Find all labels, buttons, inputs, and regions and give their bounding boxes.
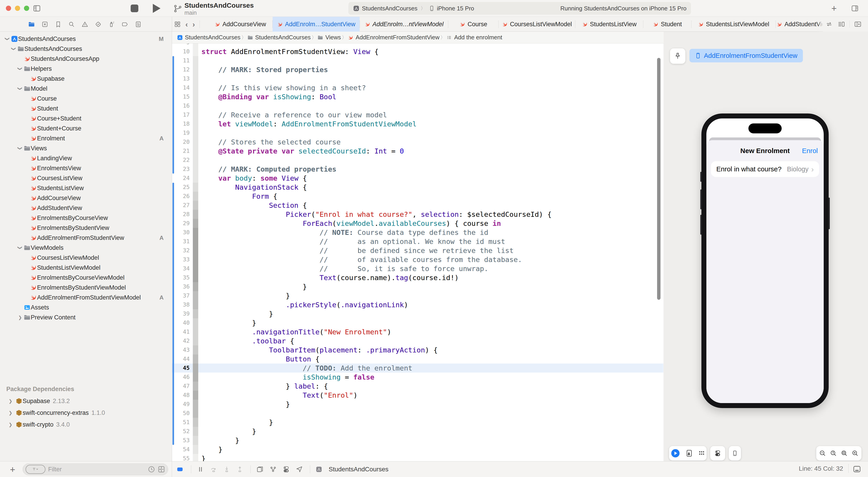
tab-Course[interactable]: Course	[448, 17, 498, 32]
zoom-window-button[interactable]	[24, 6, 29, 11]
step-over-icon[interactable]	[210, 466, 217, 473]
fold-ribbon[interactable]	[193, 155, 198, 165]
fold-ribbon[interactable]	[193, 92, 198, 101]
fold-ribbon[interactable]	[193, 43, 198, 47]
disclosure-closed-icon[interactable]: ❯	[8, 422, 16, 427]
code-line-15[interactable]: 15 @Binding var isShowing: Bool	[172, 92, 663, 101]
tab-AddEnrolm…StudentView[interactable]: AddEnrolm…StudentView	[273, 17, 360, 32]
sidebar-item-AddCourseView[interactable]: AddCourseView	[0, 193, 172, 203]
selectable-mode-button[interactable]	[685, 449, 693, 457]
toggle-right-inspector-icon[interactable]	[850, 4, 860, 12]
minimize-window-button[interactable]	[15, 6, 20, 11]
fold-ribbon[interactable]	[193, 192, 198, 201]
toggle-left-sidebar-icon[interactable]	[33, 4, 41, 12]
breadcrumb-item-Views[interactable]: Views	[317, 34, 341, 41]
code-line-19[interactable]: 19	[172, 128, 663, 138]
editor-display-icon[interactable]	[852, 464, 862, 474]
sidebar-item-EnrolmentsByCourseView[interactable]: EnrolmentsByCourseView	[0, 213, 172, 223]
code-line-28[interactable]: 28 Picker("Enrol in what course?", selec…	[172, 210, 663, 219]
sidebar-item-Views[interactable]: ❯Views	[0, 143, 172, 153]
editor-scrollbar[interactable]	[657, 58, 660, 300]
tab-StudentsListViewModel[interactable]: StudentsListViewModel	[691, 17, 776, 32]
code-line-17[interactable]: 17 // Receive a reference to our view mo…	[172, 110, 663, 119]
preview-device-button[interactable]	[729, 446, 741, 460]
fold-ribbon[interactable]	[193, 382, 198, 391]
sidebar-item-CoursesListViewModel[interactable]: CoursesListViewModel	[0, 253, 172, 263]
code-line-53[interactable]: 53 }	[172, 436, 663, 445]
sidebar-divider[interactable]	[172, 17, 172, 477]
add-file-button[interactable]: +	[10, 465, 15, 475]
fold-ribbon[interactable]	[193, 147, 198, 155]
fold-ribbon[interactable]	[193, 101, 198, 110]
code-line-38[interactable]: 38 .pickerStyle(.navigationLink)	[172, 300, 663, 309]
sidebar-item-StudentsAndCoursesApp[interactable]: StudentsAndCoursesApp	[0, 54, 172, 64]
code-line-21[interactable]: 21 @State private var selectedCourseId: …	[172, 147, 663, 155]
close-window-button[interactable]	[6, 6, 11, 11]
code-line-16[interactable]: 16	[172, 101, 663, 110]
fold-ribbon[interactable]	[193, 355, 198, 363]
code-line-32[interactable]: 32 // be defined since we retrieve the l…	[172, 246, 663, 255]
step-out-icon[interactable]	[236, 466, 244, 473]
sidebar-item-Supabase[interactable]: Supabase	[0, 74, 172, 84]
code-line-43[interactable]: 43 ToolbarItem(placement: .primaryAction…	[172, 346, 663, 355]
code-line-34[interactable]: 34 // So, it is safe to force unwrap.	[172, 264, 663, 273]
report-navigator-icon[interactable]	[135, 21, 142, 28]
breakpoint-navigator-icon[interactable]	[121, 21, 128, 28]
sidebar-item-AddStudentView[interactable]: AddStudentView	[0, 203, 172, 213]
fold-ribbon[interactable]	[193, 427, 198, 436]
sidebar-item-StudentsAndCourses[interactable]: ❯StudentsAndCourses	[0, 44, 172, 54]
environment-overrides-icon[interactable]	[282, 466, 290, 473]
memory-graph-icon[interactable]	[269, 466, 277, 473]
code-line-26[interactable]: 26 Form {	[172, 192, 663, 201]
fold-ribbon[interactable]	[193, 119, 198, 128]
sidebar-item-EnrolmentsByStudentView[interactable]: EnrolmentsByStudentView	[0, 223, 172, 233]
add-editor-icon[interactable]	[854, 21, 862, 28]
zoom-in-icon[interactable]	[851, 450, 859, 457]
fold-ribbon[interactable]	[193, 128, 198, 138]
code-line-45[interactable]: 45 // TODO: Add the enrolment	[172, 363, 663, 372]
source-control-navigator-icon[interactable]	[41, 21, 49, 28]
fold-ribbon[interactable]	[193, 363, 198, 372]
tab-Student[interactable]: Student	[643, 17, 691, 32]
sidebar-item-CoursesListView[interactable]: CoursesListView	[0, 173, 172, 183]
package-item-swift-concurrency-extras[interactable]: ❯swift-concurrency-extras1.1.0	[0, 407, 172, 419]
fold-ribbon[interactable]	[193, 372, 198, 382]
tab-CoursesListViewModel[interactable]: CoursesListViewModel	[499, 17, 575, 32]
enrol-button[interactable]: Enrol	[802, 147, 818, 155]
package-item-Supabase[interactable]: ❯Supabase2.13.2	[0, 395, 172, 407]
fold-ribbon[interactable]	[193, 47, 198, 56]
fold-ribbon[interactable]	[193, 400, 198, 409]
sidebar-item-Model[interactable]: ❯Model	[0, 84, 172, 94]
fold-ribbon[interactable]	[193, 436, 198, 445]
breadcrumb-item-Add the enrolment[interactable]: Add the enrolment	[446, 34, 502, 41]
fold-ribbon[interactable]	[193, 318, 198, 327]
sidebar-item-LandingView[interactable]: LandingView	[0, 153, 172, 163]
picker-row[interactable]: Enrol in what course? Biology ›	[711, 161, 819, 177]
fold-ribbon[interactable]	[193, 282, 198, 291]
zoom-out-icon[interactable]	[819, 450, 826, 457]
fold-ribbon[interactable]	[193, 210, 198, 219]
stop-button[interactable]	[131, 4, 138, 12]
fold-ribbon[interactable]	[193, 418, 198, 427]
fold-ribbon[interactable]	[193, 246, 198, 255]
code-editor[interactable]: 910struct AddEnrolmentFromStudentView: V…	[172, 43, 663, 461]
variants-mode-button[interactable]	[698, 450, 705, 457]
disclosure-closed-icon[interactable]: ❯	[8, 410, 16, 416]
sidebar-item-ViewModels[interactable]: ❯ViewModels	[0, 243, 172, 253]
package-item-swift-crypto[interactable]: ❯swift-crypto3.4.0	[0, 419, 172, 430]
fold-ribbon[interactable]	[193, 454, 198, 461]
fold-ribbon[interactable]	[193, 228, 198, 237]
fold-ribbon[interactable]	[193, 174, 198, 183]
code-line-31[interactable]: 31 // as an optional. We know the id mus…	[172, 237, 663, 246]
breakpoints-toggle-button[interactable]	[176, 466, 184, 473]
fold-ribbon[interactable]	[193, 110, 198, 119]
code-line-11[interactable]: 11	[172, 56, 663, 65]
code-line-12[interactable]: 12 // MARK: Stored properties	[172, 65, 663, 74]
sidebar-item-Student[interactable]: Student	[0, 103, 172, 114]
sidebar-item-AddEnrolmentFromStudentView[interactable]: AddEnrolmentFromStudentViewA	[0, 233, 172, 243]
simulate-location-icon[interactable]	[296, 466, 303, 473]
code-line-40[interactable]: 40 }	[172, 318, 663, 327]
code-line-35[interactable]: 35 Text(course.name).tag(course.id!)	[172, 273, 663, 282]
fold-ribbon[interactable]	[193, 65, 198, 74]
fold-ribbon[interactable]	[193, 165, 198, 174]
